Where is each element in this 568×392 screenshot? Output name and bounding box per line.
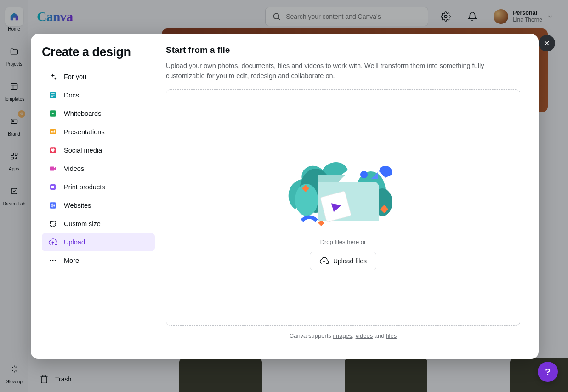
print-icon	[48, 182, 57, 192]
svg-rect-15	[51, 131, 52, 133]
cat-videos[interactable]: Videos	[42, 159, 155, 178]
upload-icon	[48, 238, 57, 247]
main-description: Upload your own photos, documents, files…	[166, 61, 506, 81]
main-title: Start from a file	[166, 45, 520, 55]
cat-for-you[interactable]: For you	[42, 68, 155, 86]
cat-docs[interactable]: Docs	[42, 86, 155, 104]
upload-files-button[interactable]: Upload files	[310, 252, 376, 270]
svg-rect-10	[51, 93, 55, 94]
more-icon	[48, 256, 57, 265]
upload-illustration	[274, 145, 412, 232]
help-label: ?	[545, 367, 551, 377]
supported-formats: Canva supports images, videos and files	[166, 326, 520, 347]
cat-label: Social media	[64, 147, 102, 154]
doc-icon	[48, 91, 57, 100]
cat-label: Upload	[64, 239, 85, 246]
svg-rect-24	[51, 222, 56, 227]
cat-social[interactable]: Social media	[42, 141, 155, 159]
cat-label: Websites	[64, 202, 91, 209]
svg-point-27	[55, 260, 56, 261]
cat-label: More	[64, 257, 79, 264]
svg-rect-12	[51, 96, 53, 97]
cat-label: Print products	[64, 183, 105, 191]
help-button[interactable]: ?	[538, 362, 558, 382]
close-button[interactable]	[539, 35, 555, 51]
heart-icon	[48, 146, 57, 155]
cat-more[interactable]: More	[42, 251, 155, 270]
dropzone-text: Drop files here or	[320, 239, 366, 245]
svg-rect-19	[50, 167, 54, 171]
cat-label: For you	[64, 73, 86, 80]
modal-title: Create a design	[42, 45, 166, 59]
cloud-upload-icon	[319, 256, 329, 266]
upload-btn-label: Upload files	[333, 257, 367, 265]
cat-print[interactable]: Print products	[42, 178, 155, 196]
svg-rect-21	[51, 186, 54, 188]
link-videos[interactable]: videos	[356, 332, 373, 339]
svg-rect-13	[50, 110, 56, 117]
upload-dropzone[interactable]: Drop files here or Upload files	[166, 89, 520, 326]
category-list: For you Docs Whiteboards Presentations S…	[42, 68, 166, 270]
video-icon	[48, 164, 57, 173]
svg-point-25	[50, 260, 51, 261]
globe-icon	[48, 201, 57, 210]
svg-rect-11	[51, 95, 55, 95]
cat-label: Custom size	[64, 220, 101, 227]
cat-label: Whiteboards	[64, 110, 101, 117]
cat-label: Presentations	[64, 128, 105, 136]
whiteboard-icon	[48, 109, 57, 118]
link-files[interactable]: files	[386, 332, 397, 339]
svg-rect-17	[54, 130, 55, 132]
presentation-icon	[48, 127, 57, 136]
cat-custom-size[interactable]: Custom size	[42, 215, 155, 233]
svg-point-33	[360, 171, 368, 178]
sparkle-icon	[48, 72, 57, 81]
close-icon	[543, 40, 551, 47]
cat-whiteboards[interactable]: Whiteboards	[42, 104, 155, 123]
cat-websites[interactable]: Websites	[42, 196, 155, 215]
cat-upload[interactable]: Upload	[42, 233, 155, 251]
cat-label: Videos	[64, 165, 84, 172]
svg-rect-16	[52, 131, 53, 133]
svg-point-26	[52, 260, 54, 261]
custom-size-icon	[48, 219, 57, 228]
cat-label: Docs	[64, 91, 79, 99]
create-design-modal: Create a design For you Docs Whiteboards…	[31, 34, 539, 359]
modal-main: Start from a file Upload your own photos…	[166, 34, 539, 359]
modal-sidebar: Create a design For you Docs Whiteboards…	[31, 34, 166, 359]
cat-presentations[interactable]: Presentations	[42, 123, 155, 141]
link-images[interactable]: images	[333, 332, 352, 339]
